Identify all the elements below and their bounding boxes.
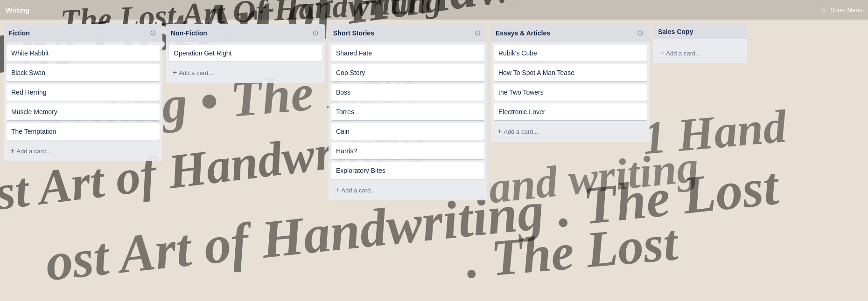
card-cop-story[interactable]: Cop Story [331, 64, 484, 81]
column-header-short-stories: Short Stories ⊙ [329, 24, 487, 42]
card-red-herring[interactable]: Red Herring [7, 84, 160, 101]
card-how-to-spot-a-man-tease[interactable]: How To Spot A Man Tease [494, 64, 647, 81]
card-boss[interactable]: Boss [331, 84, 484, 101]
column-cards-non-fiction: Operation Get Right [166, 42, 325, 64]
app-title: Writing [6, 6, 29, 14]
plus-icon-sales-copy: + [660, 49, 664, 57]
plus-icon-short-stories: + [335, 186, 339, 194]
plus-icon-fiction: + [10, 147, 14, 155]
card-shared-fate[interactable]: Shared Fate [331, 45, 484, 62]
column-fiction: Fiction ⊙ White Rabbit Black Swan Red He… [4, 24, 162, 161]
column-header-non-fiction: Non-Fiction ⊙ [166, 24, 325, 42]
card-the-two-towers[interactable]: the Two Towers [494, 84, 647, 101]
card-rubiks-cube[interactable]: Rubik's Cube [494, 45, 647, 62]
column-cards-fiction: White Rabbit Black Swan Red Herring Musc… [4, 42, 162, 143]
column-sales-copy: Sales Copy + Add a card... [653, 24, 747, 63]
column-short-stories: Short Stories ⊙ Shared Fate Cop Story Bo… [329, 24, 487, 200]
card-exploratory-bites[interactable]: Exploratory Bites [331, 162, 484, 179]
top-bar: Writing ☆ Show Menu [0, 0, 868, 20]
column-title-short-stories: Short Stories [333, 29, 374, 37]
card-electronic-lover[interactable]: Electronic Lover [494, 103, 647, 120]
column-title-sales-copy: Sales Copy [658, 28, 693, 35]
column-non-fiction: Non-Fiction ⊙ Operation Get Right + Add … [166, 24, 325, 83]
card-operation-get-right[interactable]: Operation Get Right [169, 45, 322, 62]
card-torres[interactable]: Torres [331, 103, 484, 120]
card-the-temptation[interactable]: The Temptation [7, 123, 160, 140]
column-header-fiction: Fiction ⊙ [4, 24, 162, 42]
add-card-sales-copy[interactable]: + Add a card... [655, 46, 745, 61]
add-card-non-fiction[interactable]: + Add a card... [168, 65, 323, 80]
column-header-sales-copy: Sales Copy [653, 24, 747, 39]
column-menu-icon-non-fiction[interactable]: ⊙ [310, 28, 320, 38]
column-menu-icon-essays-articles[interactable]: ⊙ [635, 28, 645, 38]
add-card-fiction[interactable]: + Add a card... [6, 144, 161, 158]
column-menu-icon-fiction[interactable]: ⊙ [147, 28, 158, 38]
card-muscle-memory[interactable]: Muscle Memory [7, 103, 160, 120]
card-cain[interactable]: Cain [331, 123, 484, 140]
show-menu-button[interactable]: Show Menu [830, 7, 862, 14]
column-cards-essays-articles: Rubik's Cube How To Spot A Man Tease the… [491, 42, 650, 123]
card-white-rabbit[interactable]: White Rabbit [7, 45, 160, 62]
star-icon[interactable]: ☆ [820, 6, 826, 14]
column-header-essays-articles: Essays & Articles ⊙ [491, 24, 650, 42]
column-title-non-fiction: Non-Fiction [171, 29, 207, 37]
boards-area: Fiction ⊙ White Rabbit Black Swan Red He… [0, 20, 868, 301]
add-card-short-stories[interactable]: + Add a card... [330, 183, 485, 198]
column-title-fiction: Fiction [8, 29, 30, 37]
card-black-swan[interactable]: Black Swan [7, 64, 160, 81]
plus-icon-essays-articles: + [497, 128, 502, 135]
column-cards-sales-copy [653, 39, 747, 45]
add-card-essays-articles[interactable]: + Add a card... [493, 124, 648, 139]
column-cards-short-stories: Shared Fate Cop Story Boss Torres Cain H… [329, 42, 487, 182]
plus-icon-non-fiction: + [173, 69, 177, 76]
column-title-essays-articles: Essays & Articles [496, 29, 550, 37]
column-menu-icon-short-stories[interactable]: ⊙ [472, 28, 483, 38]
column-essays-articles: Essays & Articles ⊙ Rubik's Cube How To … [491, 24, 650, 142]
card-harris[interactable]: Harris? [331, 143, 484, 159]
